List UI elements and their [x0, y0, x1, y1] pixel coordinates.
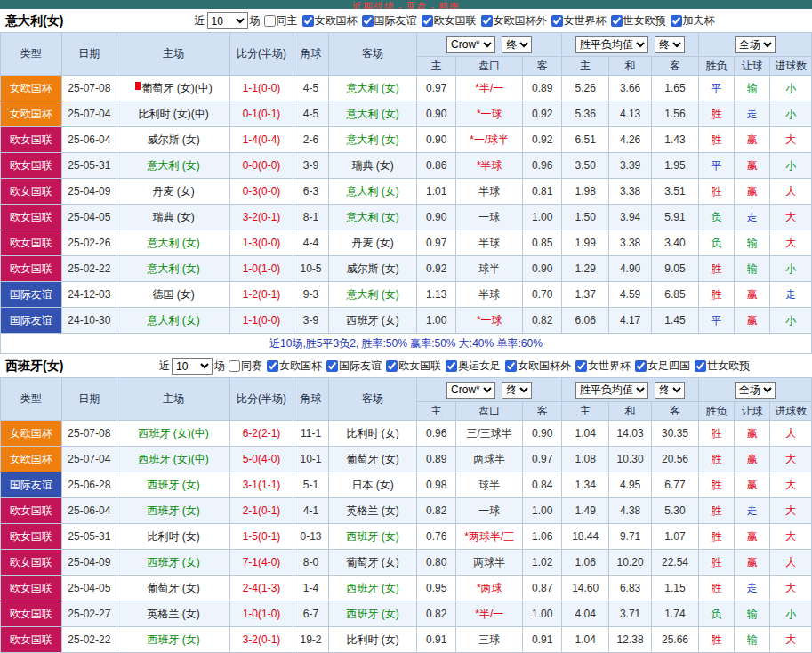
avg-away: 5.91 [652, 205, 698, 230]
filter-女欧国杯外[interactable]: 女欧国杯外 [502, 359, 571, 374]
result-goals: 大 [770, 524, 812, 550]
handicap-line: 两球半 [456, 447, 523, 472]
avg-home: 5.36 [562, 101, 608, 127]
filter-checkbox[interactable] [302, 15, 314, 27]
star-icon: * [464, 530, 469, 543]
league-type: 欧女国联 [1, 179, 62, 205]
league-type: 国际友谊 [1, 472, 62, 498]
filter-女欧国杯[interactable]: 女欧国杯 [300, 13, 358, 28]
filter-checkbox[interactable] [267, 360, 278, 372]
filter-checkbox[interactable] [635, 360, 647, 372]
filter-checkbox[interactable] [695, 360, 706, 372]
result-goals: 大 [770, 230, 812, 256]
handicap-line: *两球 [456, 576, 523, 601]
corners: 9-3 [293, 282, 328, 308]
filter-奥运女足[interactable]: 奥运女足 [443, 359, 501, 374]
filter-国际友谊[interactable]: 国际友谊 [324, 359, 382, 374]
near-count-select[interactable]: 10 [207, 12, 248, 29]
home-team: 比利时 (女) [117, 524, 230, 550]
filter-世女欧预[interactable]: 世女欧预 [692, 359, 750, 374]
avg-type-select[interactable]: 胜平负均值 [575, 382, 648, 399]
odds-company-select[interactable]: Crow* [446, 36, 495, 53]
filter-checkbox[interactable] [505, 360, 517, 372]
filter-checkbox[interactable] [611, 15, 623, 27]
match-row: 国际友谊25-06-28西班牙 (女)3-1(1-1)5-1日本 (女)0.98… [1, 472, 812, 498]
odds-time-select[interactable]: 终 [502, 36, 532, 53]
filter-欧女国联[interactable]: 欧女国联 [419, 13, 477, 28]
league-type: 欧女国联 [1, 205, 62, 230]
home-team: 德国 (女) [117, 282, 230, 308]
col-avg-draw: 和 [608, 57, 651, 76]
odds-away: 1.06 [523, 524, 562, 550]
corners: 4-5 [293, 76, 328, 101]
result-handicap: 赢 [735, 447, 770, 472]
result-wdl: 平 [698, 308, 734, 334]
home-team: 西班牙 (女) [117, 550, 230, 576]
games-label: 场 [250, 13, 261, 28]
scope-select[interactable]: 全场 [735, 382, 776, 399]
filter-checkbox[interactable] [575, 360, 587, 372]
result-handicap: 输 [735, 256, 770, 282]
result-wdl: 胜 [698, 421, 734, 447]
filter-checkbox[interactable] [422, 15, 433, 27]
filter-checkbox[interactable] [671, 15, 682, 27]
match-date: 25-02-22 [61, 627, 117, 653]
home-team: 意大利 (女) [117, 308, 230, 334]
filter-同主[interactable]: 同主 [261, 13, 298, 28]
filter-checkbox[interactable] [481, 15, 493, 27]
filter-checkbox[interactable] [362, 15, 374, 27]
result-wdl: 胜 [698, 101, 734, 127]
scope-select[interactable]: 全场 [735, 36, 776, 53]
star-icon: * [475, 82, 479, 94]
avg-home: 1.06 [562, 550, 608, 576]
match-row: 国际友谊24-10-30意大利 (女)1-1(0-0)3-9西班牙 (女)1.0… [1, 308, 812, 334]
handicap-line: *一球 [456, 308, 523, 334]
scope-controls: 全场 [698, 33, 811, 57]
filter-checkbox[interactable] [229, 360, 240, 372]
odds-company-select[interactable]: Crow* [446, 382, 495, 399]
filter-checkbox[interactable] [446, 360, 457, 372]
filter-女足四国[interactable]: 女足四国 [632, 359, 690, 374]
filter-世女欧预[interactable]: 世女欧预 [608, 13, 666, 28]
score-halftime: 2-1(0-1) [230, 498, 293, 524]
result-handicap: 赢 [735, 524, 770, 550]
near-count-select[interactable]: 10 [172, 358, 213, 375]
col-odds-away: 客 [523, 57, 562, 76]
odds-time-select[interactable]: 终 [502, 382, 532, 399]
home-team: 西班牙 (女)(中) [117, 421, 230, 447]
corners: 4-1 [293, 498, 328, 524]
odds-home: 1.13 [417, 282, 456, 308]
score-halftime: 3-1(1-1) [230, 472, 293, 498]
filter-欧女国联[interactable]: 欧女国联 [383, 359, 441, 374]
filter-女欧国杯[interactable]: 女欧国杯 [264, 359, 322, 374]
col-odds-home: 主 [417, 57, 456, 76]
odds-home: 0.97 [417, 76, 456, 101]
top-banner: 近期战绩 - 亚盘 - 赔率 [0, 0, 812, 9]
filter-checkbox[interactable] [551, 15, 563, 27]
match-row: 欧女国联25-04-09西班牙 (女)7-1(4-0)8-0葡萄牙 (女)0.8… [1, 550, 812, 576]
odds-controls: Crow* 终 [417, 378, 562, 402]
odds-away: 0.91 [523, 627, 562, 653]
avg-time-select[interactable]: 终 [655, 36, 685, 53]
filter-checkbox[interactable] [386, 360, 398, 372]
home-team: 丹麦 (女) [117, 179, 230, 205]
filter-checkbox[interactable] [264, 15, 276, 27]
filter-bar: 近 10 场 同赛女欧国杯国际友谊欧女国联奥运女足女欧国杯外女世界杯女足四国世女… [103, 358, 807, 375]
odds-controls: Crow* 终 [417, 33, 562, 57]
score-halftime: 1-1(0-0) [230, 76, 293, 101]
filter-女世界杯[interactable]: 女世界杯 [549, 13, 607, 28]
filter-加夫杯[interactable]: 加夫杯 [668, 13, 715, 28]
avg-home: 1.37 [562, 282, 608, 308]
away-team: 意大利 (女) [329, 76, 417, 101]
match-date: 25-07-08 [61, 421, 117, 447]
avg-time-select[interactable]: 终 [655, 382, 685, 399]
handicap-line: *一球 [456, 101, 523, 127]
corners: 5-1 [293, 472, 328, 498]
avg-type-select[interactable]: 胜平负均值 [575, 36, 648, 53]
filter-女世界杯[interactable]: 女世界杯 [573, 359, 631, 374]
filter-国际友谊[interactable]: 国际友谊 [359, 13, 417, 28]
match-date: 25-06-04 [61, 498, 117, 524]
filter-同赛[interactable]: 同赛 [226, 359, 262, 374]
filter-女欧国杯外[interactable]: 女欧国杯外 [478, 13, 547, 28]
filter-checkbox[interactable] [326, 360, 338, 372]
